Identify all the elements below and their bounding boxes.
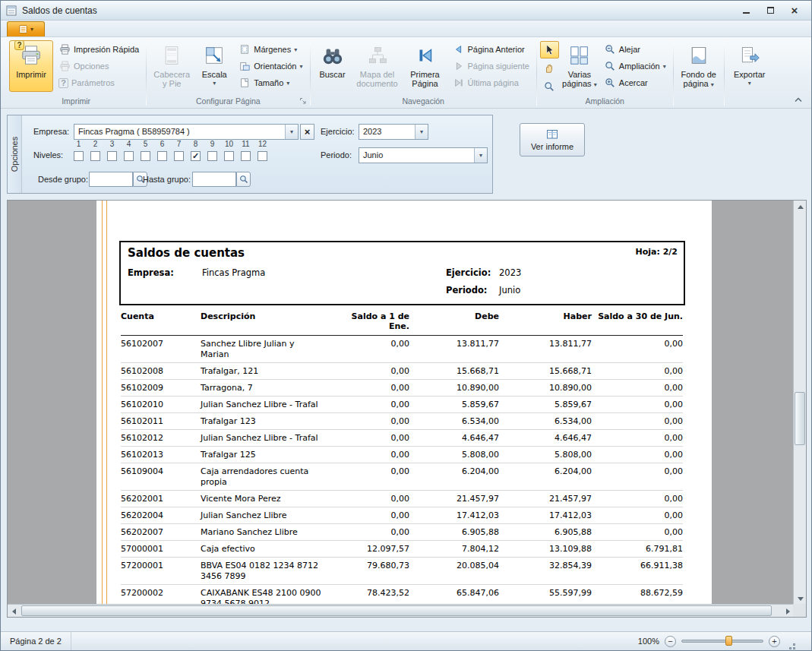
empresa-value: Fincas Pragma ( B58959784 ): [74, 125, 285, 139]
hand-tool-button[interactable]: [540, 59, 559, 77]
parametros-label: Parámetros: [71, 78, 115, 87]
nivel-9: 9: [207, 140, 217, 161]
nivel-checkbox-9[interactable]: [207, 151, 217, 161]
chevron-down-icon: ▾: [594, 81, 597, 88]
chevron-down-icon[interactable]: ▾: [415, 125, 428, 139]
minimize-button[interactable]: [740, 5, 752, 16]
cabecera-pie-button[interactable]: Cabecera y Pie: [150, 40, 194, 92]
niveles-grid: 12345678✓9101112: [74, 140, 267, 161]
empresa-combobox[interactable]: Fincas Pragma ( B58959784 ) ▾: [74, 124, 299, 140]
pagina-siguiente-button[interactable]: Página siguiente: [449, 58, 533, 74]
varias-paginas-label: Varias páginas: [562, 70, 592, 88]
cell-amount: 10.890,00: [499, 383, 592, 393]
nivel-checkbox-12[interactable]: [258, 151, 267, 161]
chevron-down-icon[interactable]: ▾: [474, 148, 487, 163]
cell-amount: 0,00: [592, 494, 683, 504]
imprimir-button[interactable]: ? Imprimir: [9, 40, 53, 92]
ribbon-group-imprimir: ? Imprimir Impresión Rápida: [7, 39, 145, 108]
table-row: 56202007Mariano Sanchez Llibre0,006.905,…: [121, 524, 683, 541]
group-separator: [310, 41, 311, 106]
nivel-checkbox-5[interactable]: [141, 151, 150, 161]
acercar-label: Acercar: [619, 78, 648, 87]
resize-grip[interactable]: [785, 640, 796, 650]
ampliacion-button[interactable]: Ampliación ▾: [600, 58, 670, 74]
fondo-pagina-button[interactable]: Fondo de página ▾: [677, 40, 721, 92]
chevron-down-icon[interactable]: ▾: [285, 125, 298, 139]
cell-amount: 6.905,88: [499, 527, 592, 538]
pagina-anterior-button[interactable]: Página Anterior: [449, 41, 533, 58]
report-header-box: Saldos de cuentas Hoja: 2/2 Empresa: Fin…: [119, 241, 685, 305]
app-menu-button[interactable]: ▾: [7, 21, 45, 36]
hasta-grupo-input[interactable]: [192, 172, 236, 187]
quick-print-icon: [58, 43, 71, 55]
desde-grupo-input[interactable]: [89, 172, 133, 187]
nivel-checkbox-8[interactable]: ✓: [191, 151, 201, 161]
collapse-ribbon-button[interactable]: [791, 94, 805, 105]
nivel-checkbox-3[interactable]: [107, 151, 117, 161]
nivel-checkbox-1[interactable]: [74, 151, 84, 161]
nivel-checkbox-2[interactable]: [90, 151, 100, 161]
scroll-left-button[interactable]: [8, 605, 21, 618]
nivel-checkbox-6[interactable]: [157, 151, 167, 161]
vertical-scroll-thumb[interactable]: [795, 392, 805, 445]
zoom-slider-thumb[interactable]: [725, 636, 732, 646]
hasta-grupo-search-icon[interactable]: [236, 172, 251, 187]
report-book-icon: [546, 129, 558, 140]
escala-button[interactable]: Escala ▾: [195, 40, 233, 92]
margenes-button[interactable]: Márgenes ▾: [235, 41, 306, 58]
clear-empresa-button[interactable]: ×: [300, 124, 314, 140]
nivel-checkbox-10[interactable]: [224, 151, 234, 161]
varias-paginas-button[interactable]: Varias páginas ▾: [561, 40, 599, 92]
ultima-pagina-button[interactable]: Última página: [449, 74, 533, 91]
pointer-tool-button[interactable]: [540, 41, 559, 58]
nivel-3: 3: [107, 140, 117, 161]
close-button[interactable]: ×: [788, 5, 801, 16]
periodo-value: Junio: [359, 148, 474, 163]
chevron-down-icon: ▾: [663, 63, 666, 70]
table-row: 56202001Vicente Mora Perez0,0021.457,972…: [121, 491, 683, 507]
parametros-button[interactable]: ? Parámetros: [55, 74, 143, 91]
margenes-label: Márgenes: [254, 45, 291, 54]
cell-amount: 0,00: [592, 466, 683, 488]
periodo-combobox[interactable]: Junio ▾: [359, 147, 488, 163]
vertical-scrollbar[interactable]: [793, 201, 806, 605]
orientacion-button[interactable]: Orientación ▾: [235, 58, 306, 74]
scroll-up-button[interactable]: [794, 201, 807, 213]
buscar-button[interactable]: Buscar: [314, 40, 352, 92]
report-empresa-value: Fincas Pragma: [202, 267, 265, 278]
zoom-out-button[interactable]: −: [665, 636, 676, 647]
ejercicio-label: Ejercicio:: [321, 127, 355, 136]
zoom-in-button[interactable]: +: [769, 636, 780, 647]
cell-amount: 0,00: [333, 366, 409, 377]
orientacion-label: Orientación: [254, 62, 296, 71]
ver-informe-button[interactable]: Ver informe: [520, 123, 585, 156]
zoom-tool-button[interactable]: [540, 77, 559, 95]
margins-icon: [239, 43, 251, 55]
horizontal-scrollbar[interactable]: [8, 604, 795, 617]
impresion-rapida-button[interactable]: Impresión Rápida: [55, 41, 143, 58]
report-empresa-label: Empresa:: [128, 267, 174, 278]
dialog-launcher-icon[interactable]: [299, 97, 308, 106]
cell-descripcion: Caja efectivo: [201, 544, 333, 555]
cell-amount: 6.204,00: [499, 466, 592, 488]
opciones-button[interactable]: Opciones: [55, 58, 143, 74]
zoom-slider[interactable]: [681, 635, 763, 647]
cell-amount: 0,00: [592, 510, 683, 521]
tamano-button[interactable]: Tamaño ▾: [235, 74, 306, 91]
horizontal-scroll-thumb[interactable]: [21, 605, 772, 616]
empresa-label: Empresa:: [33, 127, 69, 136]
nivel-checkbox-4[interactable]: [124, 151, 134, 161]
alejar-button[interactable]: Alejar: [600, 41, 670, 58]
nivel-checkbox-7[interactable]: [174, 151, 184, 161]
nivel-checkbox-11[interactable]: [241, 151, 251, 161]
document-map-icon: [365, 43, 390, 68]
primera-pagina-button[interactable]: Primera Página: [403, 40, 447, 92]
mapa-documento-button[interactable]: Mapa del documento: [353, 40, 402, 92]
maximize-button[interactable]: [764, 5, 776, 16]
report-page: Saldos de cuentas Hoja: 2/2 Empresa: Fin…: [96, 201, 712, 618]
exportar-button[interactable]: Exportar ▾: [728, 40, 772, 92]
ejercicio-combobox[interactable]: 2023 ▾: [359, 124, 428, 140]
report-table: CuentaDescripciónSaldo a 1 de Ene.DebeHa…: [121, 311, 683, 618]
nivel-number: 12: [258, 140, 267, 148]
acercar-button[interactable]: Acercar: [600, 74, 670, 91]
